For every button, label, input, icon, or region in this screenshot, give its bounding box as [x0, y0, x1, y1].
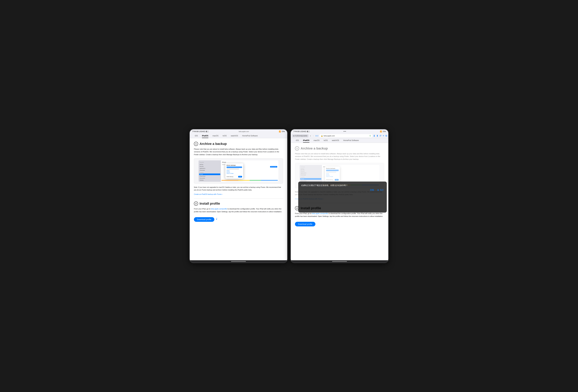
- section-profile-left: 2 Install profile From your iPad, go to …: [194, 201, 283, 222]
- sidebar-grid-icon: ⊞: [293, 135, 294, 137]
- tab-ipados-left[interactable]: iPadOS: [200, 134, 210, 138]
- tab-macos-left[interactable]: macOS: [210, 134, 221, 138]
- allow-label: 允許: [380, 189, 384, 191]
- add-tab-icon-right[interactable]: +: [383, 134, 384, 137]
- download-row-left: Download profile ↙: [194, 215, 283, 222]
- section1-number-right: 1: [295, 146, 299, 150]
- section1-body-left: Please note that you are about to instal…: [194, 148, 283, 156]
- sidebar-tab-label: 毛哥EM資訊密技: [295, 135, 307, 137]
- dialog-box-left: Device backups: Delete Archive Show In F…: [225, 163, 243, 179]
- ignore-btn-right[interactable]: 忽略: [370, 189, 374, 192]
- tab-tvos-left[interactable]: tvOS: [221, 134, 229, 138]
- wifi-icon-right: 📶: [380, 131, 382, 133]
- home-bar-left: [231, 261, 246, 262]
- tab-ios-right[interactable]: iOS: [294, 138, 301, 143]
- right-device: 下午8:50 1月24日 週二 ••• 📶 72% ⊞ 毛哥EM資訊密技 ‹ ›…: [290, 129, 389, 263]
- forward-btn-right[interactable]: ›: [312, 134, 314, 137]
- tab-bar-right: iOS iPadOS macOS tvOS watchOS HomePod So…: [291, 138, 388, 143]
- size-btn-right[interactable]: 大小: [315, 135, 319, 137]
- tab-grid-icon-right[interactable]: ⧉: [385, 135, 387, 137]
- tab-watchos-right[interactable]: watchOS: [330, 138, 341, 143]
- tab-bar-left: iOS iPadOS macOS tvOS watchOS HomePod So…: [190, 134, 287, 138]
- tab-homepod-left[interactable]: HomePod Software: [240, 134, 260, 138]
- battery-left: 72%: [282, 131, 285, 132]
- section2-body-right: From your iPad, go to beta.apple.com/pro…: [295, 212, 384, 218]
- download-toolbar-icon[interactable]: ⬇: [373, 135, 375, 137]
- itunes-backup-link-left[interactable]: Create an iPadOS backup with iTunes ›: [194, 193, 223, 195]
- share-icon-right[interactable]: ⬆: [376, 135, 378, 137]
- left-device: 下午8:50 1月24日 週二 beta.apple.com 📶 72% iOS…: [189, 129, 288, 263]
- right-toolbar-right: ⬇ ⬆ ↺ + ⧉: [373, 134, 387, 137]
- battery-right: 72%: [383, 131, 386, 132]
- allow-btn-right[interactable]: ⬇ 允許: [377, 189, 384, 192]
- url-text-right: beta.apple.com: [324, 135, 335, 137]
- section1-number-left: 1: [194, 142, 198, 146]
- finder-sidebar-left: Favourites AirDrop Recents Applications …: [198, 160, 221, 182]
- profile-link-right[interactable]: beta.apple.com/profile: [312, 213, 328, 214]
- browser-toolbar-right: ⊞ 毛哥EM資訊密技 ‹ › 大小 🔒 beta.apple.com G ⬇ ⬆…: [291, 134, 388, 138]
- status-icons-right: 📶 72%: [380, 131, 386, 133]
- time-date-left: 下午8:50 1月24日 週二: [192, 130, 209, 133]
- tab-ipados-right[interactable]: iPadOS: [301, 138, 311, 143]
- overlay-message: 此網站正在嘗試下載設定描述檔。你要允許此操作嗎？: [301, 184, 384, 187]
- section1-note-left: Note: If you have not upgraded to macOS …: [194, 186, 283, 191]
- download-profile-btn-left[interactable]: Download profile: [194, 217, 214, 222]
- download-profile-btn-right[interactable]: Download profile: [295, 222, 315, 226]
- dialog-box-right: Device backups: Delete Archive Show In F…: [325, 166, 340, 182]
- status-icons-left: 📶 72%: [279, 131, 285, 133]
- url-field-right[interactable]: 🔒 beta.apple.com G: [319, 134, 372, 137]
- lock-icon-right: 🔒: [321, 135, 323, 137]
- download-permission-overlay: 此網站正在嘗試下載設定描述檔。你要允許此操作嗎？ 忽略 ⬇ 允許: [298, 182, 387, 213]
- page-content-right: 此網站正在嘗試下載設定描述檔。你要允許此操作嗎？ 忽略 ⬇ 允許 1 Archi…: [291, 143, 388, 260]
- section2-title-left: 2 Install profile: [194, 201, 283, 206]
- screenshot-left: Favourites AirDrop Recents Applications …: [194, 158, 283, 184]
- section-archive-left: 1 Archive a backup Please note that you …: [194, 142, 283, 196]
- time-date-right: 下午8:50 1月24日 週二: [293, 130, 310, 133]
- back-btn-right[interactable]: ‹: [310, 134, 311, 137]
- arrow-icon-left: ↙: [215, 217, 218, 221]
- status-bar-right: 下午8:50 1月24日 週二 ••• 📶 72%: [291, 129, 388, 134]
- reload-icon-right[interactable]: ↺: [380, 135, 382, 137]
- section2-number-left: 2: [194, 201, 198, 206]
- page-content-left: 1 Archive a backup Please note that you …: [190, 138, 287, 260]
- section1-title-left: 1 Archive a backup: [194, 142, 283, 146]
- profile-link-left[interactable]: beta.apple.com/profile: [211, 208, 227, 210]
- wifi-icon-left: 📶: [279, 131, 281, 133]
- tab-homepod-right[interactable]: HomePod Software: [341, 138, 361, 143]
- overlay-actions: 忽略 ⬇ 允許: [301, 189, 384, 192]
- home-bar-right: [332, 261, 347, 262]
- section1-body-right: Please note that you are about to instal…: [295, 152, 384, 160]
- section2-body-left: From your iPad, go to beta.apple.com/pro…: [194, 207, 283, 213]
- extension-icon-right: G: [370, 135, 371, 137]
- finder-main-left: iPhone General Files Info Device backups…: [221, 160, 278, 182]
- tab-tvos-right[interactable]: tvOS: [322, 138, 330, 143]
- dots-right: •••: [343, 130, 346, 133]
- url-display-left: beta.apple.com: [239, 131, 249, 132]
- sidebar-tab-right[interactable]: ⊞ 毛哥EM資訊密技: [292, 134, 309, 137]
- section1-title-right: 1 Archive a backup: [295, 146, 384, 150]
- finder-mock-left: Favourites AirDrop Recents Applications …: [198, 160, 278, 182]
- tab-macos-right[interactable]: macOS: [311, 138, 322, 143]
- tab-ios-left[interactable]: iOS: [193, 134, 200, 138]
- allow-download-arrow: ⬇: [377, 189, 379, 192]
- status-bar-left: 下午8:50 1月24日 週二 beta.apple.com 📶 72%: [190, 129, 287, 134]
- tab-watchos-left[interactable]: watchOS: [229, 134, 240, 138]
